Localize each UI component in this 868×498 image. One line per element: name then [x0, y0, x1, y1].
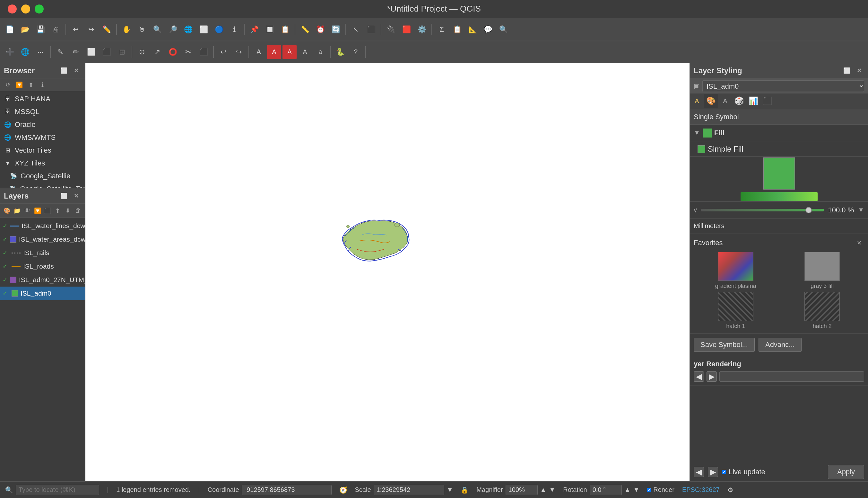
label5-icon[interactable]: A: [298, 45, 312, 59]
rotate-icon[interactable]: ⊞: [115, 45, 129, 59]
epsg-value[interactable]: EPSG:32627: [682, 486, 720, 494]
refresh-icon[interactable]: 🔄: [329, 23, 343, 37]
save-as-icon[interactable]: 🖨: [49, 23, 63, 37]
snap-icon[interactable]: ⊕: [135, 45, 149, 59]
move-icon[interactable]: ⬜: [84, 45, 98, 59]
main-color-swatch[interactable]: [763, 157, 795, 189]
identify-icon[interactable]: ℹ: [227, 23, 241, 37]
help-icon[interactable]: ?: [349, 45, 363, 59]
styling-tab-mask[interactable]: ⬛: [760, 94, 775, 108]
browser-item-vectortiles[interactable]: ⊞ Vector Tiles: [0, 144, 85, 157]
layers-close-icon[interactable]: ✕: [71, 191, 81, 201]
undo2-icon[interactable]: ↩: [216, 45, 230, 59]
open-table-icon[interactable]: 📋: [278, 23, 292, 37]
map-area[interactable]: [85, 63, 690, 481]
measure2-icon[interactable]: 📐: [465, 23, 479, 37]
save-symbol-button[interactable]: Save Symbol...: [694, 338, 755, 352]
coordinate-input[interactable]: [242, 485, 331, 495]
layer-check-adm027n[interactable]: ✓: [3, 276, 8, 284]
styling-tab-label[interactable]: A: [690, 94, 704, 108]
edit-icon[interactable]: ✏: [69, 45, 83, 59]
zoom-layer-icon[interactable]: ⬜: [196, 23, 211, 37]
select-icon[interactable]: 📌: [247, 23, 261, 37]
line-icon[interactable]: ↗: [150, 45, 164, 59]
save-project-icon[interactable]: 💾: [33, 23, 48, 37]
select-features-icon[interactable]: ✎: [53, 45, 67, 59]
browser-close-icon[interactable]: ✕: [71, 66, 81, 76]
undo-icon[interactable]: ↩: [69, 23, 83, 37]
label3-icon[interactable]: A: [267, 45, 281, 59]
layer-check-rails[interactable]: ✓: [3, 249, 9, 257]
browser-filter-icon[interactable]: 🔽: [14, 80, 24, 90]
simple-fill-row[interactable]: Simple Fill: [690, 141, 868, 157]
python-icon[interactable]: 🐍: [333, 45, 347, 59]
fav-item-gradient[interactable]: gradient plasma: [694, 252, 778, 289]
fill-tool-icon[interactable]: ⭕: [166, 45, 180, 59]
locate-icon[interactable]: 🔍: [496, 23, 511, 37]
favorites-close-icon[interactable]: ✕: [854, 238, 864, 248]
styling-back-icon[interactable]: ◀: [694, 467, 704, 477]
advanced-button[interactable]: Advanc...: [759, 338, 802, 352]
fill-color-swatch[interactable]: [703, 129, 712, 137]
layers-expand-icon[interactable]: ⬜: [59, 191, 69, 201]
browser-item-oracle[interactable]: 🌐 Oracle: [0, 118, 85, 131]
redo2-icon[interactable]: ↪: [232, 45, 246, 59]
lr-back-icon[interactable]: ◀: [694, 371, 704, 382]
fill-row[interactable]: ▼ Fill: [690, 124, 868, 141]
rotation-down-icon[interactable]: ▼: [633, 486, 639, 494]
heatmap-icon[interactable]: 🟥: [399, 23, 413, 37]
label-icon[interactable]: 💬: [481, 23, 495, 37]
layer-item-waterlines[interactable]: ✓ ISL_water_lines_dcw: [0, 219, 85, 233]
opacity-dropdown-icon[interactable]: ▼: [858, 206, 864, 214]
move-down-icon[interactable]: ⬇: [64, 206, 72, 216]
plugins-icon[interactable]: 🔌: [384, 23, 398, 37]
add-group-icon[interactable]: 📁: [13, 206, 22, 216]
settings-icon[interactable]: ⚙️: [415, 23, 429, 37]
label4-icon[interactable]: A: [283, 45, 297, 59]
redo-icon[interactable]: ↪: [84, 23, 98, 37]
lr-forward-icon[interactable]: ▶: [707, 371, 717, 382]
rotation-input[interactable]: [590, 485, 622, 495]
layer-item-adm027n[interactable]: ✓ ISL_adm0_27N_UTM_shap: [0, 273, 85, 287]
browser-collapse-icon[interactable]: ⬆: [26, 80, 36, 90]
digitize-icon[interactable]: ✏️: [99, 23, 114, 37]
styling-tab-label2[interactable]: A: [718, 94, 732, 108]
pan-to-selection-icon[interactable]: 🖱: [135, 23, 149, 37]
zoom-out-icon[interactable]: 🔎: [166, 23, 180, 37]
open-layer-styles-icon[interactable]: 🎨: [3, 206, 12, 216]
cut-icon[interactable]: ✂: [181, 45, 195, 59]
browser-item-wmswmts[interactable]: 🌐 WMS/WMTS: [0, 131, 85, 144]
remove-layer-icon[interactable]: ⬛: [43, 206, 52, 216]
scale-input[interactable]: [374, 485, 444, 495]
fav-item-gray[interactable]: gray 3 fill: [781, 252, 865, 289]
move-up-icon[interactable]: ⬆: [53, 206, 62, 216]
browser-item-googlesatellite[interactable]: 📡 Google_Satellie: [0, 170, 85, 183]
layer-item-rails[interactable]: ✓ ISL_rails: [0, 246, 85, 260]
styling-tab-diagram[interactable]: 📊: [746, 94, 760, 108]
styling-expand-icon[interactable]: ⬜: [842, 66, 852, 76]
new-project-icon[interactable]: 📄: [3, 23, 17, 37]
browser-expand-icon[interactable]: ⬜: [59, 66, 69, 76]
table2-icon[interactable]: 📋: [450, 23, 464, 37]
add-wms-icon[interactable]: 🌐: [18, 45, 32, 59]
label6-icon[interactable]: a: [313, 45, 327, 59]
styling-forward-icon[interactable]: ▶: [708, 467, 718, 477]
show-all-layers-icon[interactable]: 👁: [23, 206, 32, 216]
open-project-icon[interactable]: 📂: [18, 23, 32, 37]
layer-check-waterareas[interactable]: ✓: [3, 236, 8, 243]
add-layer-icon[interactable]: ➕: [3, 45, 17, 59]
browser-item-googlesatelliteterrain[interactable]: 📡 Google_Satellite_Terrain: [0, 183, 85, 188]
window-controls[interactable]: [8, 4, 44, 13]
minimize-button[interactable]: [21, 4, 30, 13]
magnifier-down-icon[interactable]: ▼: [549, 486, 555, 494]
browser-item-mssql[interactable]: 🗄 MSSQL: [0, 105, 85, 118]
browser-info-icon[interactable]: ℹ: [37, 80, 48, 90]
layer-item-roads[interactable]: ✓ ISL_roads: [0, 260, 85, 273]
layer-selector[interactable]: ISL_adm0: [702, 80, 864, 92]
browser-refresh-icon[interactable]: ↺: [3, 80, 13, 90]
label2-icon[interactable]: A: [252, 45, 266, 59]
settings-icon[interactable]: ⚙: [728, 486, 733, 494]
more-icon[interactable]: ···: [33, 45, 48, 59]
rotation-up-icon[interactable]: ▲: [624, 486, 631, 494]
live-update-checkbox[interactable]: [722, 470, 726, 474]
